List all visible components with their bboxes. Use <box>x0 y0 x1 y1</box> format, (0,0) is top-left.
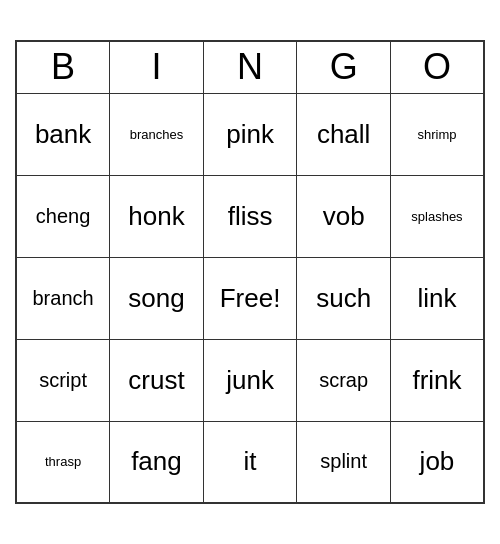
table-row: chenghonkflissvobsplashes <box>16 175 484 257</box>
bingo-cell: frink <box>390 339 484 421</box>
bingo-cell: pink <box>203 93 297 175</box>
table-row: branchsongFree!suchlink <box>16 257 484 339</box>
header-letter: I <box>110 41 204 93</box>
bingo-cell: vob <box>297 175 391 257</box>
header-letter: B <box>16 41 110 93</box>
bingo-cell: song <box>110 257 204 339</box>
bingo-cell: Free! <box>203 257 297 339</box>
table-row: thraspfangitsplintjob <box>16 421 484 503</box>
bingo-cell: branches <box>110 93 204 175</box>
header-letter: O <box>390 41 484 93</box>
bingo-cell: scrap <box>297 339 391 421</box>
table-row: bankbranchespinkchallshrimp <box>16 93 484 175</box>
bingo-card: BINGO bankbranchespinkchallshrimpchengho… <box>15 40 485 504</box>
bingo-cell: splashes <box>390 175 484 257</box>
bingo-cell: crust <box>110 339 204 421</box>
bingo-cell: shrimp <box>390 93 484 175</box>
bingo-cell: fliss <box>203 175 297 257</box>
bingo-cell: job <box>390 421 484 503</box>
bingo-cell: bank <box>16 93 110 175</box>
bingo-cell: honk <box>110 175 204 257</box>
bingo-cell: fang <box>110 421 204 503</box>
bingo-cell: branch <box>16 257 110 339</box>
table-row: scriptcrustjunkscrapfrink <box>16 339 484 421</box>
bingo-cell: script <box>16 339 110 421</box>
bingo-cell: junk <box>203 339 297 421</box>
bingo-cell: link <box>390 257 484 339</box>
bingo-cell: splint <box>297 421 391 503</box>
bingo-cell: it <box>203 421 297 503</box>
bingo-body: bankbranchespinkchallshrimpchenghonkflis… <box>16 93 484 503</box>
bingo-cell: such <box>297 257 391 339</box>
bingo-cell: thrasp <box>16 421 110 503</box>
header-letter: N <box>203 41 297 93</box>
bingo-cell: chall <box>297 93 391 175</box>
bingo-header-row: BINGO <box>16 41 484 93</box>
header-letter: G <box>297 41 391 93</box>
bingo-cell: cheng <box>16 175 110 257</box>
